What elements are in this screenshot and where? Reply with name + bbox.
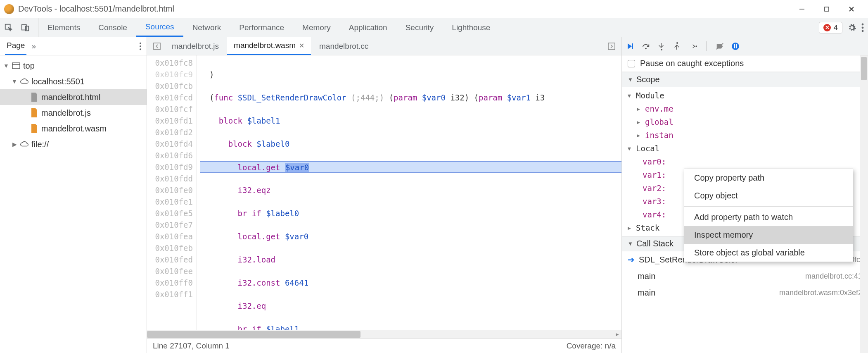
scrollbar-thumb[interactable] (861, 57, 867, 80)
tree-top-label: top (23, 61, 35, 71)
svg-rect-13 (12, 63, 20, 69)
scrollbar-thumb[interactable] (147, 331, 360, 338)
pause-on-exceptions-icon[interactable] (731, 42, 740, 50)
window-titlebar: DevTools - localhost:5501/mandelbrot.htm… (0, 0, 868, 18)
scope-section-header[interactable]: ▼ Scope (622, 72, 868, 87)
scope-local-var[interactable]: var0: (622, 155, 868, 168)
navigator-tab-page[interactable]: Page (5, 37, 26, 55)
tab-sources[interactable]: Sources (136, 18, 183, 37)
callstack-frame[interactable]: main mandelbrot.wasm:0x3ef2 (622, 284, 868, 301)
menu-copy-object[interactable]: Copy object (684, 187, 853, 205)
tree-file-scheme[interactable]: ▶ file:// (0, 136, 147, 152)
editor-nav-forward-icon[interactable] (605, 42, 618, 50)
error-badge[interactable]: ✕ 4 (819, 22, 842, 33)
tab-network[interactable]: Network (183, 18, 230, 37)
step-over-icon[interactable] (642, 42, 650, 50)
code-lines[interactable]: ) (func $SDL_SetRenderDrawColor (;444;) … (197, 55, 621, 330)
deactivate-breakpoints-icon[interactable] (716, 42, 724, 50)
tree-host-label: localhost:5501 (31, 77, 85, 86)
svg-rect-24 (734, 44, 735, 48)
callstack-loc: mandelbrot.wasm:0x3ef2 (779, 289, 862, 297)
svg-point-11 (140, 45, 141, 47)
tab-console[interactable]: Console (89, 18, 136, 37)
editor-statusbar: Line 27107, Column 1 Coverage: n/a (147, 338, 621, 353)
error-icon: ✕ (823, 24, 831, 31)
navigator-more-tabs-icon[interactable]: » (31, 42, 36, 51)
callstack-frame[interactable]: main mandelbrot.cc:41 (622, 268, 868, 284)
code-area[interactable]: 0x010fc8 0x010fc9 0x010fcb 0x010fcd 0x01… (147, 55, 621, 330)
step-out-icon[interactable] (673, 42, 681, 50)
svg-point-7 (862, 23, 864, 25)
menu-copy-property-path[interactable]: Copy property path (684, 169, 853, 187)
tree-file-label: mandelbrot.html (41, 93, 100, 102)
cursor-position: Line 27107, Column 1 (153, 341, 230, 351)
cloud-icon (20, 77, 29, 86)
scope-module-label: Module (636, 91, 664, 100)
step-icon[interactable] (689, 42, 697, 50)
step-into-icon[interactable] (657, 42, 666, 50)
inspect-element-icon[interactable] (4, 23, 13, 32)
scope-local[interactable]: ▼Local (622, 142, 868, 155)
tab-lighthouse[interactable]: Lighthouse (443, 18, 499, 37)
debugger-panel: Pause on caught exceptions ▼ Scope ▼Modu… (622, 37, 868, 353)
scope-module-item[interactable]: ▶instan (622, 129, 868, 142)
svg-point-21 (695, 45, 697, 47)
panel-tabs: Elements Console Sources Network Perform… (38, 18, 499, 37)
scope-module[interactable]: ▼Module (622, 89, 868, 102)
window-close-button[interactable] (839, 1, 864, 17)
callstack-loc: mandelbrot.cc:41 (805, 272, 862, 281)
pause-on-caught-row[interactable]: Pause on caught exceptions (622, 55, 868, 72)
editor-tab-label: mandelbrot.cc (319, 42, 368, 51)
scope-module-item[interactable]: ▶env.me (622, 102, 868, 115)
svg-rect-15 (154, 43, 160, 50)
window-minimize-button[interactable] (790, 1, 814, 17)
editor-tab-js[interactable]: mandelbrot.js (165, 37, 225, 55)
file-icon (30, 108, 39, 117)
svg-point-18 (645, 48, 647, 49)
tree-file-label: mandelbrot.js (41, 108, 91, 118)
editor-tab-label: mandelbrot.wasm (234, 41, 296, 50)
callstack-fn: main (638, 288, 655, 298)
tab-performance[interactable]: Performance (230, 18, 293, 37)
tab-elements[interactable]: Elements (38, 18, 89, 37)
svg-rect-16 (608, 43, 615, 50)
menu-add-watch[interactable]: Add property path to watch (684, 208, 853, 226)
devtools-toolbar: Elements Console Sources Network Perform… (0, 18, 868, 37)
editor-nav-back-icon[interactable] (150, 42, 164, 50)
source-editor: mandelbrot.js mandelbrot.wasm ✕ mandelbr… (147, 37, 622, 353)
tree-file-js[interactable]: mandelbrot.js (0, 105, 147, 121)
tree-host[interactable]: ▼ localhost:5501 (0, 74, 147, 89)
svg-point-23 (732, 43, 739, 50)
more-menu-icon[interactable] (861, 23, 864, 32)
checkbox[interactable] (628, 60, 635, 67)
editor-tab-cc[interactable]: mandelbrot.cc (313, 37, 375, 55)
settings-gear-icon[interactable] (847, 23, 856, 32)
svg-rect-25 (736, 44, 737, 48)
close-icon[interactable]: ✕ (299, 42, 304, 50)
vertical-scrollbar[interactable] (860, 55, 868, 353)
resume-icon[interactable] (626, 42, 634, 50)
tab-memory[interactable]: Memory (293, 18, 340, 37)
editor-tab-label: mandelbrot.js (172, 42, 219, 51)
tree-file-label: mandelbrot.wasm (41, 124, 107, 134)
tree-top[interactable]: ▼ top (0, 58, 147, 74)
file-tree: ▼ top ▼ localhost:5501 mandelbrot.html (0, 55, 147, 353)
cloud-icon (20, 140, 29, 149)
svg-rect-17 (632, 43, 633, 49)
menu-store-global[interactable]: Store object as global variable (684, 244, 853, 262)
coverage-status: Coverage: n/a (567, 341, 616, 351)
tab-application[interactable]: Application (340, 18, 396, 37)
horizontal-scrollbar[interactable]: ◄ ► (147, 330, 621, 338)
tree-file-wasm[interactable]: mandelbrot.wasm (0, 121, 147, 136)
window-maximize-button[interactable] (814, 1, 839, 17)
tree-file-html[interactable]: mandelbrot.html (0, 89, 147, 105)
scope-stack-label: Stack (636, 223, 659, 232)
editor-tab-wasm[interactable]: mandelbrot.wasm ✕ (227, 37, 311, 55)
navigator-menu-icon[interactable] (139, 42, 142, 50)
scope-module-item[interactable]: ▶global (622, 115, 868, 129)
callstack-header-label: Call Stack (636, 239, 674, 248)
device-toggle-icon[interactable] (21, 23, 30, 32)
scope-header-label: Scope (636, 75, 660, 84)
menu-inspect-memory[interactable]: Inspect memory (684, 226, 853, 244)
tab-security[interactable]: Security (396, 18, 443, 37)
